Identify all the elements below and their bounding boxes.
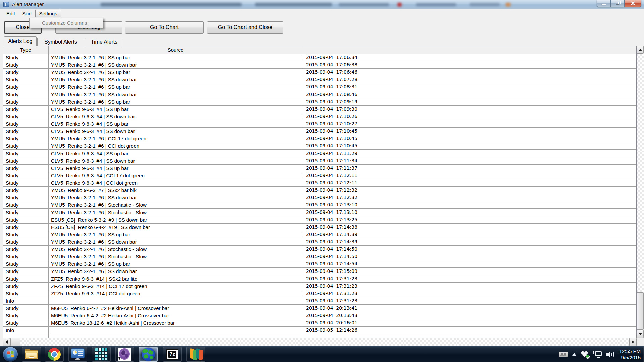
show-desktop-button[interactable] — [643, 346, 644, 362]
vertical-scrollbar-thumb[interactable] — [637, 292, 644, 330]
cell-source: ZFZ5 Renko 9-6-3 #14 | SSx2 bar lite — [49, 275, 303, 283]
table-row[interactable]: Study YMU5 Renko 3-2-1 #6 | SS up bar 20… — [3, 260, 636, 268]
table-row[interactable]: Study YMU5 Renko 3-2-1 #6 | Stochastic -… — [3, 201, 636, 209]
go-to-chart-and-close-button[interactable]: Go To Chart and Close — [207, 21, 283, 34]
keyboard-icon[interactable] — [559, 352, 568, 357]
scroll-left-button[interactable] — [3, 338, 10, 346]
table-row[interactable]: Study YMU5 Renko 3-2-1 #6 | CCI dot gree… — [3, 142, 636, 150]
cell-type: Study — [3, 98, 49, 106]
grid-icon — [95, 348, 108, 361]
cell-source: YMU5 Renko 3-2-1 #6 | Stochastic - Slow — [49, 201, 303, 209]
table-row[interactable]: Study ESU5 [CB] Renko 5-3-2 #9 | SS down… — [3, 216, 636, 224]
table-row[interactable]: Study YMU5 Renko 3-2-1 #6 | SS up bar 20… — [3, 231, 636, 238]
horizontal-scrollbar-thumb[interactable] — [10, 338, 20, 346]
table-row[interactable]: Study YMU5 Renko 3-2-1 #6 | SS down bar … — [3, 268, 636, 275]
column-header-type[interactable]: Type — [3, 46, 49, 54]
table-row[interactable]: Study CLV5 Renko 9-6-3 #4 | SS up bar 20… — [3, 150, 636, 157]
table-row[interactable]: Study CLV5 Renko 9-6-3 #4 | SS down bar … — [3, 128, 636, 135]
table-row[interactable]: Study ESU5 [CB] Renko 6-4-2 #19 | SS dow… — [3, 224, 636, 231]
clock-time: 12:55 PM — [619, 348, 641, 354]
table-row[interactable]: Study YMU5 Renko 3-2-1 #6 | CCI 17 dot g… — [3, 135, 636, 142]
table-row[interactable]: Study YMU5 Renko 3-2-1 #6 | SS down bar … — [3, 91, 636, 98]
tab-alerts-log[interactable]: Alerts Log — [4, 36, 37, 46]
cell-type: Study — [3, 172, 49, 179]
cell-source: ZFZ5 Renko 9-6-3 #14 | CCI dot green — [49, 290, 303, 297]
network-icon[interactable] — [593, 351, 602, 358]
scroll-down-button[interactable] — [637, 330, 644, 338]
table-row[interactable]: Info 2015-09-05 12:14:26 — [3, 327, 636, 334]
volume-icon[interactable] — [606, 351, 615, 358]
table-row[interactable]: Study YMU5 Renko 3-2-1 #6 | Stochastic -… — [3, 253, 636, 260]
cell-type: Study — [3, 106, 49, 113]
table-row[interactable]: Study CLV5 Renko 9-6-3 #4 | SS down bar … — [3, 113, 636, 120]
taskbar-item-chrome[interactable] — [45, 347, 64, 362]
table-row[interactable]: Study YMU5 Renko 3-2-1 #6 | SS down bar … — [3, 76, 636, 83]
cell-time: 2015-09-04 17:07:28 — [303, 76, 636, 83]
clock[interactable]: 12:55 PM 9/5/2015 — [619, 348, 643, 361]
cell-time: 2015-09-04 17:06:38 — [303, 61, 636, 69]
taskbar-item-chart-panel[interactable] — [68, 347, 87, 362]
cell-time: 2015-09-04 17:11:37 — [303, 165, 636, 172]
table-row[interactable]: Study YMU5 Renko 3-2-1 #6 | SS down bar … — [3, 238, 636, 246]
column-header-time[interactable] — [303, 46, 636, 54]
table-row[interactable]: Study CLV5 Renko 9-6-3 #4 | SS up bar 20… — [3, 120, 636, 128]
menu-sort[interactable]: Sort — [19, 10, 36, 17]
titlebar-blur-smudge — [339, 3, 389, 6]
table-row[interactable]: Study YMU5 Renko 3-2-1 #6 | SS down bar … — [3, 61, 636, 69]
cell-type: Study — [3, 194, 49, 201]
cell-source: YMU5 Renko 3-2-1 #6 | SS up bar — [49, 231, 303, 238]
start-button[interactable] — [3, 347, 18, 362]
table-row[interactable]: Study CLV5 Renko 9-6-3 #4 | SS down bar … — [3, 157, 636, 165]
taskbar-item-purple-app[interactable] — [115, 347, 134, 362]
table-row[interactable]: Study M6EU5 Renko 18-12-6 #2 Heikin-Ashi… — [3, 319, 636, 327]
table-row[interactable]: Study YMU5 Renko 3-2-1 #6 | SS up bar 20… — [3, 69, 636, 76]
titlebar[interactable]: Alert Manager — [0, 0, 644, 9]
taskbar-item-7zip[interactable]: 7z — [163, 347, 182, 362]
tab-symbol-alerts[interactable]: Symbol Alerts — [37, 38, 84, 46]
close-window-button[interactable] — [625, 0, 641, 7]
table-row[interactable]: Study CLV5 Renko 9-6-3 #4 | SS up bar 20… — [3, 106, 636, 113]
7zip-icon: 7z — [166, 349, 178, 360]
table-row[interactable]: Study CLV5 Renko 9-6-3 #4 | SS up bar 20… — [3, 165, 636, 172]
taskbar-item-explorer[interactable] — [22, 347, 41, 362]
horizontal-scrollbar[interactable] — [3, 338, 637, 346]
table-row[interactable]: Study CLV5 Renko 9-6-3 #4 | CCI dot gree… — [3, 179, 636, 187]
dropbox-icon[interactable] — [581, 351, 589, 358]
table-row[interactable]: Study CLV5 Renko 9-6-3 #4 | CCI 17 dot g… — [3, 172, 636, 179]
taskbar-item-globe-app-active[interactable] — [139, 347, 158, 362]
scroll-up-button[interactable] — [637, 46, 644, 54]
vertical-scrollbar[interactable] — [637, 46, 644, 338]
cell-type: Study — [3, 165, 49, 172]
cell-type: Study — [3, 253, 49, 260]
menu-settings[interactable]: Settings — [35, 10, 61, 17]
minimize-button[interactable] — [597, 0, 611, 7]
table-row[interactable]: Info 2015-09-04 17:31:23 — [3, 297, 636, 305]
column-header-source[interactable]: Source — [49, 46, 303, 54]
cell-type: Study — [3, 120, 49, 128]
taskbar-item-avg[interactable] — [186, 347, 205, 362]
restore-button[interactable] — [611, 0, 625, 7]
table-row[interactable]: Study YMU5 Renko 9-6-3 #7 | SSx2 bar blk… — [3, 187, 636, 194]
table-row[interactable]: Study YMU5 Renko 3-2-1 #6 | SS up bar 20… — [3, 54, 636, 61]
table-row[interactable]: Study ZFZ5 Renko 9-6-3 #14 | CCI 17 dot … — [3, 283, 636, 290]
menu-edit[interactable]: Edit — [3, 10, 19, 17]
table-row[interactable]: Study YMU5 Renko 3-2-1 #6 | SS up bar 20… — [3, 83, 636, 91]
scroll-right-button[interactable] — [629, 338, 637, 346]
table-row[interactable]: Study YMU5 Renko 3-2-1 #6 | SS up bar 20… — [3, 98, 636, 106]
table-row[interactable]: Study YMU5 Renko 3-2-1 #6 | SS down bar … — [3, 194, 636, 201]
show-hidden-icons-button[interactable] — [572, 353, 576, 356]
table-row[interactable]: Study YMU5 Renko 3-2-1 #6 | Stochastic -… — [3, 246, 636, 253]
cell-source: ZFZ5 Renko 9-6-3 #14 | CCI 17 dot green — [49, 283, 303, 290]
table-row[interactable]: Study ZFZ5 Renko 9-6-3 #14 | CCI dot gre… — [3, 290, 636, 297]
table-row[interactable]: Study M6EU5 Renko 6-4-2 #2 Heikin-Ashi |… — [3, 305, 636, 312]
table-row[interactable]: Study M6EU5 Renko 6-4-2 #2 Heikin-Ashi |… — [3, 312, 636, 319]
go-to-chart-button[interactable]: Go To Chart — [125, 21, 204, 34]
taskbar-item-grid-launcher[interactable] — [92, 347, 111, 362]
cell-source: YMU5 Renko 3-2-1 #6 | CCI dot green — [49, 142, 303, 150]
cell-type: Study — [3, 128, 49, 135]
table-row[interactable]: Study ZFZ5 Renko 9-6-3 #14 | SSx2 bar li… — [3, 275, 636, 283]
cell-source: CLV5 Renko 9-6-3 #4 | SS up bar — [49, 165, 303, 172]
menu-item-customize-columns[interactable]: Customize Columns — [30, 18, 103, 28]
table-row[interactable]: Study YMU5 Renko 3-2-1 #6 | Stochastic -… — [3, 209, 636, 216]
tab-time-alerts[interactable]: Time Alerts — [85, 38, 123, 46]
